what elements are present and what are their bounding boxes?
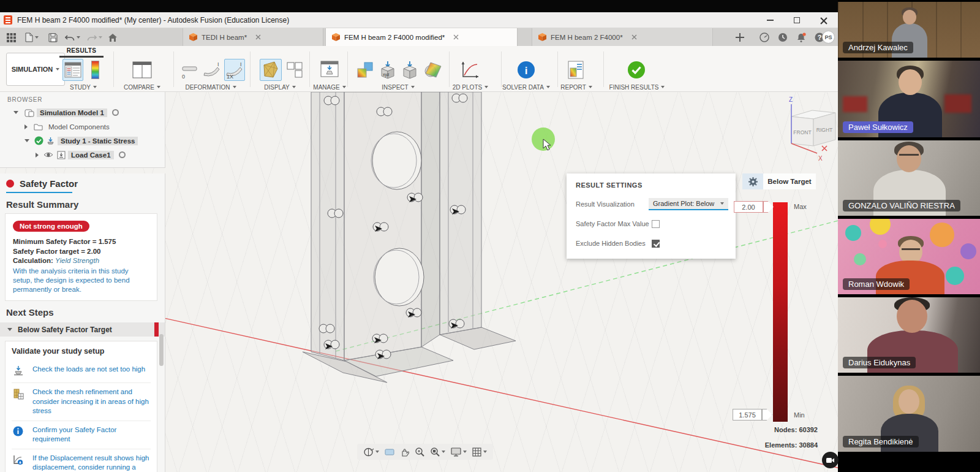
video-tile[interactable]: Andrzej Kawalec xyxy=(838,2,980,58)
2d-plots-icon[interactable] xyxy=(458,59,481,81)
legend-max-value[interactable]: 2.00 xyxy=(734,201,763,213)
notifications-bell-icon[interactable] xyxy=(795,31,807,44)
suggestion-link[interactable]: If the Displacement result shows high di… xyxy=(32,454,149,472)
result-type-header[interactable]: Safety Factor xyxy=(0,173,165,192)
result-summary-heading: Result Summary xyxy=(0,193,165,213)
suggestion-item[interactable]: Confirm your Safety Factor requirement xyxy=(12,421,151,449)
deformation-undeformed-icon[interactable]: 0 xyxy=(179,59,199,81)
display-mesh-icon[interactable] xyxy=(260,59,282,81)
panel-scrollbar[interactable] xyxy=(159,334,164,366)
results-context-tab[interactable]: RESULTS xyxy=(61,47,102,54)
chevron-down-icon xyxy=(546,86,550,88)
document-tab-1[interactable]: TEDI H beam* xyxy=(183,28,323,46)
ribbon-toolbar: SIMULATION RESULTS STUDY COMPARE 0 I xyxy=(0,46,838,92)
finish-results-group-label[interactable]: FINISH RESULTS xyxy=(603,83,671,91)
file-menu-icon[interactable] xyxy=(23,31,40,44)
redo-icon[interactable] xyxy=(86,31,103,44)
display-bodies-icon[interactable] xyxy=(285,59,304,81)
report-group-label[interactable]: REPORT xyxy=(554,83,598,91)
solver-data-group-label[interactable]: SOLVER DATA xyxy=(497,83,555,91)
inspect-slice-plane-icon[interactable] xyxy=(423,59,443,81)
pan-hand-icon[interactable] xyxy=(400,447,409,457)
manage-icon[interactable] xyxy=(317,59,342,81)
legend-min-value[interactable]: 1.575 xyxy=(733,409,762,421)
new-tab-icon[interactable] xyxy=(734,31,746,44)
activate-radio-icon[interactable] xyxy=(119,151,126,158)
study-group-label[interactable]: STUDY xyxy=(60,83,107,91)
tab-close-icon[interactable] xyxy=(453,34,459,40)
deformation-scaled-icon[interactable]: 1XI xyxy=(224,59,245,81)
app-grid-menu-icon[interactable] xyxy=(5,31,17,44)
loads-icon xyxy=(13,365,25,378)
study-details-icon[interactable] xyxy=(62,59,83,81)
exclude-hidden-bodies-checkbox[interactable] xyxy=(652,240,660,248)
tab-close-icon[interactable] xyxy=(631,34,637,40)
visibility-eye-icon[interactable] xyxy=(43,151,53,158)
minimize-button[interactable] xyxy=(764,15,775,26)
deformation-group-label[interactable]: DEFORMATION xyxy=(176,83,245,91)
deformation-actual-icon[interactable]: I xyxy=(202,59,222,81)
view-cube[interactable]: FRONT RIGHT Z X xyxy=(782,94,843,162)
user-avatar[interactable]: PS xyxy=(822,31,835,44)
tree-item-simulation-model[interactable]: Simulation Model 1 xyxy=(0,105,165,120)
compare-group-label[interactable]: COMPARE xyxy=(116,83,168,91)
activate-radio-icon[interactable] xyxy=(112,109,119,116)
zoom-icon[interactable] xyxy=(415,447,424,457)
video-tile[interactable]: Roman Wdowik xyxy=(838,219,980,294)
undo-icon[interactable] xyxy=(64,31,81,44)
legend-settings-button[interactable] xyxy=(742,173,763,189)
video-tile[interactable]: GONZALO VALIÑO RIESTRA xyxy=(838,140,980,216)
fusion-cube-icon xyxy=(189,33,197,41)
suggestion-item[interactable]: Check the loads are not set too high xyxy=(12,360,151,383)
chevron-down-icon xyxy=(720,202,724,205)
below-target-group-header[interactable]: Below Safety Factor Target xyxy=(0,322,165,337)
2d-plots-group-label[interactable]: 2D PLOTS xyxy=(442,83,499,91)
suggestion-link[interactable]: Check the mesh refinement and consider i… xyxy=(32,387,149,416)
clock-icon[interactable] xyxy=(777,31,789,44)
collapsed-caret-icon[interactable] xyxy=(36,153,39,158)
svg-text:1X: 1X xyxy=(227,74,233,80)
webcam-button[interactable] xyxy=(822,452,839,468)
suggestion-link[interactable]: Confirm your Safety Factor requirement xyxy=(32,425,149,444)
result-visualization-dropdown[interactable]: Gradient Plot: Below xyxy=(649,198,728,210)
tab-close-icon[interactable] xyxy=(255,34,261,40)
tree-item-load-case[interactable]: Load Case1 xyxy=(0,148,165,162)
compare-icon[interactable] xyxy=(130,59,154,81)
tree-item-model-components[interactable]: Model Components xyxy=(0,120,165,134)
display-group-label[interactable]: DISPLAY xyxy=(254,83,306,91)
collapsed-caret-icon[interactable] xyxy=(24,124,28,129)
expand-caret-icon[interactable] xyxy=(24,139,29,142)
inspect-result-compare-icon[interactable] xyxy=(355,59,375,81)
participant-name-active-speaker: Paweł Sułkowicz xyxy=(843,121,913,133)
suggestion-item[interactable]: If the Displacement result shows high di… xyxy=(12,449,151,472)
inspect-probe-icon[interactable] xyxy=(400,59,420,81)
suggestion-link[interactable]: Check the loads are not set too high xyxy=(32,365,145,375)
restore-button[interactable] xyxy=(791,15,802,26)
tree-item-study-1[interactable]: Study 1 - Static Stress xyxy=(0,134,165,148)
expand-caret-icon[interactable] xyxy=(13,111,18,114)
suggestion-item[interactable]: Check the mesh refinement and consider i… xyxy=(12,383,151,421)
video-tile[interactable]: Darius Eidukynas xyxy=(838,297,980,373)
study-legend-icon[interactable] xyxy=(87,59,103,81)
close-button[interactable] xyxy=(818,15,829,26)
display-settings-icon[interactable] xyxy=(451,447,467,457)
job-status-icon[interactable] xyxy=(758,31,771,44)
finish-results-icon[interactable] xyxy=(626,59,647,81)
report-icon[interactable] xyxy=(565,59,587,81)
grid-layout-icon[interactable] xyxy=(472,447,487,457)
min-safety-factor-line: Minimum Safety Factor = 1.575 xyxy=(13,237,149,247)
video-tile[interactable]: Regita Bendikienė xyxy=(838,376,980,452)
home-icon[interactable] xyxy=(107,31,119,44)
solver-data-icon[interactable]: i xyxy=(516,59,537,81)
fit-icon[interactable] xyxy=(430,447,445,457)
save-icon[interactable] xyxy=(47,31,59,44)
inspect-group-label[interactable]: INSPECT xyxy=(371,83,426,91)
video-tile[interactable]: Paweł Sułkowicz xyxy=(838,61,980,137)
document-tab-2-active[interactable]: FEM H beam 2 F4000 modified* xyxy=(325,28,518,46)
inspect-point-xyz-icon[interactable]: xyz xyxy=(378,59,398,81)
look-at-icon[interactable] xyxy=(385,448,394,456)
document-tab-3[interactable]: FEM H beam 2 F4000* xyxy=(532,28,713,46)
safety-factor-max-checkbox[interactable] xyxy=(652,220,660,228)
orbit-icon[interactable] xyxy=(363,447,379,457)
workspace-selector[interactable]: SIMULATION xyxy=(6,53,65,86)
